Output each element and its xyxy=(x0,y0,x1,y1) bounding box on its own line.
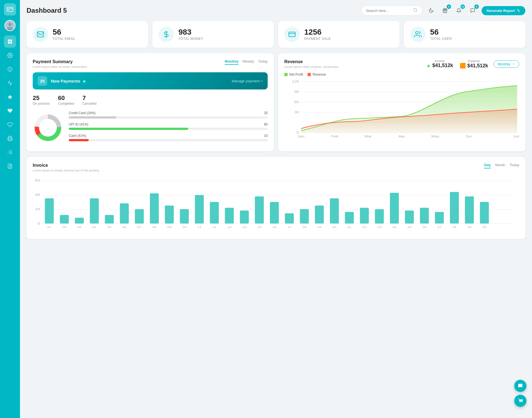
svg-text:26: 26 xyxy=(422,226,426,229)
sidebar-item-print[interactable] xyxy=(4,132,16,145)
avatar[interactable] xyxy=(4,20,16,31)
sidebar-logo[interactable] xyxy=(4,3,16,16)
progress-upi-bar xyxy=(69,128,268,130)
theme-toggle[interactable] xyxy=(426,6,436,16)
progress-credit-fill xyxy=(69,116,116,119)
stat-card-user: 56 TOTAL USER xyxy=(404,21,525,48)
search-box[interactable] xyxy=(361,6,422,16)
revenue-header-right: Income ▲ $41,512k Expense 🟧 $41,512k xyxy=(426,59,519,69)
progress-credit-bar xyxy=(69,116,268,119)
stat-info-user: 56 TOTAL USER xyxy=(430,28,452,41)
bell-icon-btn[interactable]: 12 xyxy=(454,6,464,16)
svg-text:60: 60 xyxy=(294,101,299,104)
progress-cash-fill xyxy=(69,139,89,141)
svg-rect-76 xyxy=(225,208,234,224)
revenue-monthly-btn[interactable]: Monthly xyxy=(493,60,519,68)
chat-badge: 5 xyxy=(474,4,479,9)
payment-stats-row: 25 On process 60 Completed 7 Canceled xyxy=(33,94,268,106)
payment-summary-header: Payment Summary Lorem ipsum dolor sit am… xyxy=(33,59,268,68)
email-icon xyxy=(33,27,48,42)
svg-rect-92 xyxy=(465,196,474,224)
stat-cards-grid: 56 TOTAL EMAIL 983 TOTAL MONEY 1256 PAYM… xyxy=(27,21,525,48)
float-cart-button[interactable] xyxy=(514,395,526,407)
invoice-tab-today[interactable]: Today xyxy=(510,163,519,168)
svg-text:09: 09 xyxy=(167,226,172,229)
manage-payment-link[interactable]: Manage payment > xyxy=(232,79,263,83)
generate-report-button[interactable]: Generate Report xyxy=(482,6,525,15)
svg-rect-84 xyxy=(345,212,354,224)
expense-label: Expense xyxy=(460,59,488,63)
svg-text:11: 11 xyxy=(197,226,201,229)
legend-net-profit: Net Profit xyxy=(284,73,303,76)
sidebar-item-heart[interactable] xyxy=(4,105,16,117)
completed-label: Completed xyxy=(58,102,74,106)
email-label: TOTAL EMAIL xyxy=(53,37,75,41)
header-actions: 2 12 5 Generate Report xyxy=(361,6,525,16)
svg-line-24 xyxy=(416,11,417,12)
svg-text:06: 06 xyxy=(122,226,126,229)
chat-icon-btn[interactable]: 5 xyxy=(468,6,478,16)
revenue-chart: 120 90 60 30 0 xyxy=(284,79,519,141)
legend-revenue: Revenue xyxy=(308,73,326,76)
svg-text:29: 29 xyxy=(467,226,472,229)
svg-text:07: 07 xyxy=(137,226,142,229)
tab-today[interactable]: Today xyxy=(258,59,268,65)
svg-rect-6 xyxy=(10,40,12,42)
expense-value: 🟧 $41,512k xyxy=(460,63,488,69)
payment-details: Credit Card (24%) 25 UPI ID (41%) 60 xyxy=(33,111,268,145)
svg-text:08: 08 xyxy=(152,226,157,229)
gift-icon-btn[interactable]: 2 xyxy=(440,6,450,16)
sidebar-item-list[interactable] xyxy=(4,146,16,158)
sidebar-item-settings[interactable] xyxy=(4,49,16,61)
sidebar-item-dashboard[interactable] xyxy=(4,35,16,48)
stat-card-email: 56 TOTAL EMAIL xyxy=(27,21,148,48)
svg-line-28 xyxy=(38,35,39,36)
svg-text:May: May xyxy=(431,135,439,138)
progress-cash: Cash (41%) 10 xyxy=(69,134,268,141)
canceled-number: 7 xyxy=(82,94,96,102)
progress-upi: UPI ID (41%) 60 xyxy=(69,122,268,130)
progress-cash-header: Cash (41%) 10 xyxy=(69,134,268,138)
completed-number: 60 xyxy=(58,94,74,102)
payment-count: 1256 xyxy=(304,28,331,37)
svg-text:0: 0 xyxy=(297,131,299,134)
svg-rect-71 xyxy=(150,193,159,224)
expense-item: Expense 🟧 $41,512k xyxy=(460,59,488,69)
tab-weekly[interactable]: Weekly xyxy=(242,59,254,65)
sidebar-item-info[interactable] xyxy=(4,63,16,75)
progress-credit-header: Credit Card (24%) 25 xyxy=(69,111,268,115)
svg-rect-8 xyxy=(10,42,12,44)
svg-text:23: 23 xyxy=(377,226,382,229)
svg-text:14: 14 xyxy=(242,226,247,229)
payment-tabs: Monthly Weekly Today xyxy=(225,59,268,65)
invoice-chart: 60 40 20 0 xyxy=(33,176,519,233)
svg-rect-87 xyxy=(390,193,399,224)
sidebar-item-doc[interactable] xyxy=(4,160,16,172)
svg-text:Jan: Jan xyxy=(298,135,304,138)
svg-text:20: 20 xyxy=(332,226,336,229)
progress-cash-label: Cash (41%) xyxy=(69,134,86,138)
svg-text:60: 60 xyxy=(35,179,40,182)
invoice-tab-month[interactable]: Month xyxy=(495,163,505,168)
svg-rect-90 xyxy=(435,212,444,224)
svg-rect-64 xyxy=(45,198,54,224)
sidebar-item-favorites[interactable] xyxy=(4,91,16,103)
search-input[interactable] xyxy=(366,9,411,13)
svg-text:July: July xyxy=(513,135,519,138)
svg-text:22: 22 xyxy=(362,226,367,229)
svg-text:27: 27 xyxy=(437,226,441,229)
invoice-tab-day[interactable]: Day xyxy=(484,163,491,168)
float-chat-button[interactable] xyxy=(514,380,526,392)
svg-text:21: 21 xyxy=(347,226,352,229)
legend-dot-revenue xyxy=(308,73,311,76)
svg-rect-1 xyxy=(8,10,9,10)
sidebar-item-heart2[interactable] xyxy=(4,119,16,131)
svg-rect-5 xyxy=(8,40,10,42)
svg-rect-79 xyxy=(270,202,279,224)
sidebar-item-analytics[interactable] xyxy=(4,77,16,89)
progress-credit-label: Credit Card (24%) xyxy=(69,111,96,115)
floating-buttons xyxy=(514,380,526,407)
tab-monthly[interactable]: Monthly xyxy=(225,59,239,65)
new-payments-bar: 25 New Payments Manage payment > xyxy=(33,72,268,89)
invoice-title: Invoice xyxy=(33,163,99,168)
